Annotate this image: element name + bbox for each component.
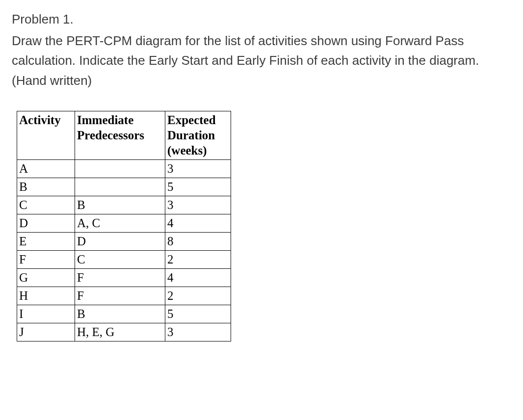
cell-extra: [231, 323, 288, 341]
cell-duration: 5: [165, 305, 231, 323]
cell-predecessors: D: [75, 232, 165, 250]
problem-description: Draw the PERT-CPM diagram for the list o…: [12, 31, 511, 90]
cell-predecessors: A, C: [75, 214, 165, 232]
header-duration: Expected Duration (weeks): [165, 111, 231, 159]
problem-title: Problem 1.: [12, 10, 511, 29]
cell-predecessors: F: [75, 268, 165, 287]
cell-extra: [231, 268, 288, 287]
cell-extra: [231, 159, 288, 178]
header-activity-label: Activity: [19, 113, 61, 127]
activity-table-container: Activity Immediate Predecessors Expected…: [17, 111, 511, 341]
cell-activity: C: [17, 196, 75, 214]
table-row: E D 8: [17, 232, 288, 250]
cell-predecessors: B: [75, 305, 165, 323]
cell-duration: 3: [165, 196, 231, 214]
table-row: G F 4: [17, 268, 288, 287]
cell-duration: 5: [165, 178, 231, 196]
header-predecessors: Immediate Predecessors: [75, 111, 165, 159]
table-row: H F 2: [17, 287, 288, 305]
problem-container: Problem 1. Draw the PERT-CPM diagram for…: [12, 10, 511, 90]
table-body: A 3 B 5 C B 3 D A, C 4: [17, 159, 288, 341]
cell-predecessors: B: [75, 196, 165, 214]
cell-duration: 2: [165, 250, 231, 268]
cell-extra: [231, 214, 288, 232]
cell-activity: H: [17, 287, 75, 305]
cell-extra: [231, 250, 288, 268]
header-extra-col: [231, 111, 288, 159]
table-row: B 5: [17, 178, 288, 196]
header-activity: Activity: [17, 111, 75, 159]
table-row: A 3: [17, 159, 288, 178]
cell-activity: G: [17, 268, 75, 287]
cell-activity: E: [17, 232, 75, 250]
cell-activity: B: [17, 178, 75, 196]
table-row: I B 5: [17, 305, 288, 323]
cell-extra: [231, 305, 288, 323]
cell-duration: 8: [165, 232, 231, 250]
cell-activity: J: [17, 323, 75, 341]
activity-table: Activity Immediate Predecessors Expected…: [17, 111, 288, 341]
cell-duration: 4: [165, 214, 231, 232]
table-row: J H, E, G 3: [17, 323, 288, 341]
table-row: F C 2: [17, 250, 288, 268]
cell-predecessors: F: [75, 287, 165, 305]
cell-duration: 2: [165, 287, 231, 305]
header-predecessors-line2: Predecessors: [77, 129, 144, 142]
cell-predecessors: [75, 159, 165, 178]
cell-duration: 4: [165, 268, 231, 287]
cell-activity: F: [17, 250, 75, 268]
cell-duration: 3: [165, 323, 231, 341]
header-duration-line1: Expected: [167, 113, 216, 127]
cell-extra: [231, 196, 288, 214]
cell-duration: 3: [165, 159, 231, 178]
cell-extra: [231, 232, 288, 250]
cell-activity: A: [17, 159, 75, 178]
cell-predecessors: C: [75, 250, 165, 268]
cell-predecessors: H, E, G: [75, 323, 165, 341]
table-row: C B 3: [17, 196, 288, 214]
header-duration-line2: Duration: [167, 129, 215, 142]
table-header-row: Activity Immediate Predecessors Expected…: [17, 111, 288, 159]
table-row: D A, C 4: [17, 214, 288, 232]
cell-activity: I: [17, 305, 75, 323]
cell-predecessors: [75, 178, 165, 196]
header-predecessors-line1: Immediate: [77, 113, 133, 127]
cell-activity: D: [17, 214, 75, 232]
cell-extra: [231, 287, 288, 305]
cell-extra: [231, 178, 288, 196]
header-duration-line3: (weeks): [167, 144, 207, 157]
